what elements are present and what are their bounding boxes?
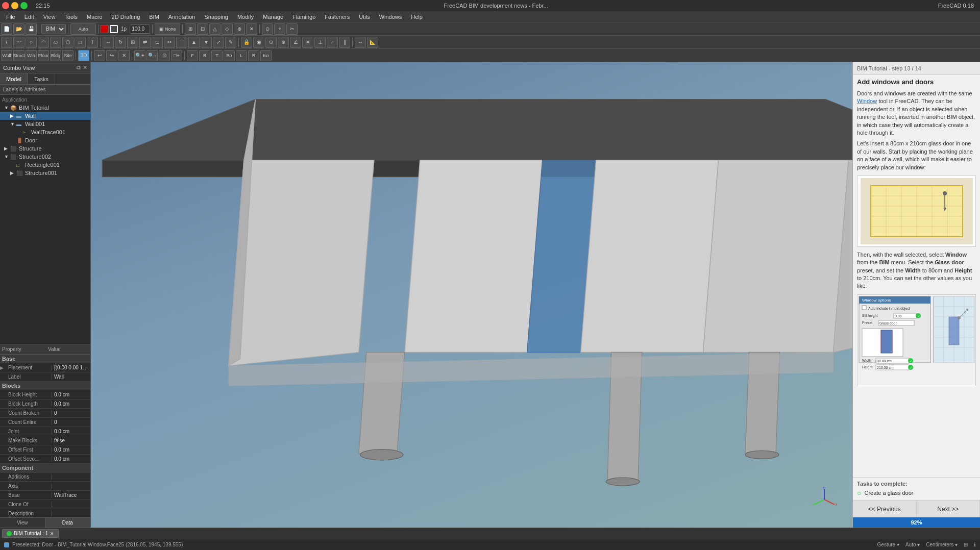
tree-item-walltrace001[interactable]: ▶ ~ WallTrace001: [0, 128, 90, 136]
tree-item-wall001[interactable]: ▼ ▬ Wall001: [0, 120, 90, 128]
fit-all-btn[interactable]: ⊡: [159, 50, 170, 61]
move-btn[interactable]: ↔: [103, 37, 114, 48]
view-top[interactable]: T: [211, 50, 223, 61]
fillet-btn[interactable]: ⌒: [176, 37, 187, 48]
draw-mode-btn[interactable]: Auto: [70, 23, 96, 35]
menu-flamingo[interactable]: Flamingo: [288, 13, 320, 21]
box-zoom-btn[interactable]: □+: [171, 50, 182, 61]
tb-more-1[interactable]: ⊙: [262, 23, 273, 35]
bottom-tab-bimtutorial[interactable]: BIM Tutorial : 1 ✕: [2, 529, 59, 538]
zoom-out-btn[interactable]: 🔍-: [146, 50, 158, 61]
close-button[interactable]: [2, 2, 9, 9]
mirror-btn[interactable]: ⇌: [139, 37, 151, 48]
snap-btn-5[interactable]: ⊕: [234, 23, 245, 35]
save-button[interactable]: 💾: [26, 23, 37, 35]
snap-btn-6[interactable]: ✕: [246, 23, 257, 35]
3d-view-btn[interactable]: 3D: [78, 50, 89, 61]
menu-file[interactable]: File: [2, 13, 19, 21]
redo-btn[interactable]: ↪: [106, 50, 117, 61]
window-link[interactable]: Window: [857, 98, 877, 104]
menu-utils[interactable]: Utils: [355, 13, 374, 21]
menu-manage[interactable]: Manage: [259, 13, 287, 21]
downgrade-btn[interactable]: ▼: [201, 37, 212, 48]
expand-arrow-bimtutorial[interactable]: ▼: [4, 105, 10, 110]
tree-item-bimtutorial[interactable]: ▼ 📦 BIM Tutorial: [0, 104, 90, 112]
tb-more-2[interactable]: +: [274, 23, 285, 35]
fill-btn[interactable]: [110, 25, 118, 33]
minimize-button[interactable]: [11, 2, 18, 9]
tree-item-wall[interactable]: ▶ ▬ Wall: [0, 112, 90, 120]
zoom-in-btn[interactable]: 🔍+: [134, 50, 145, 61]
snap-parallel[interactable]: ∥: [339, 37, 350, 48]
snap-extension[interactable]: ⟋: [327, 37, 338, 48]
delete-btn[interactable]: ✕: [118, 50, 130, 61]
bim-site[interactable]: Site: [62, 50, 74, 61]
view-iso[interactable]: Iso: [260, 50, 272, 61]
snap-none-btn[interactable]: ▣ None: [155, 23, 180, 35]
menu-view[interactable]: View: [39, 13, 60, 21]
bim-wall[interactable]: Wall: [1, 50, 12, 61]
snap-lock[interactable]: 🔒: [241, 37, 252, 48]
view-bottom[interactable]: Bo: [224, 50, 235, 61]
draw-rect[interactable]: □: [75, 37, 86, 48]
tb-more-3[interactable]: ✂: [286, 23, 298, 35]
view-right[interactable]: R: [248, 50, 259, 61]
view-icon[interactable]: ⊞: [964, 542, 968, 547]
menu-edit[interactable]: Edit: [20, 13, 38, 21]
tree-item-structure001[interactable]: ▶ ⬛ Structure001: [0, 169, 90, 177]
menu-annotation[interactable]: Annotation: [164, 13, 200, 21]
combo-float-icon[interactable]: ⧉: [77, 64, 81, 71]
draw-circle[interactable]: ○: [26, 37, 37, 48]
draw-arc[interactable]: ◠: [38, 37, 49, 48]
tab-data[interactable]: Data: [45, 518, 91, 528]
menu-windows[interactable]: Windows: [375, 13, 406, 21]
snap-btn-1[interactable]: ⊞: [185, 23, 196, 35]
menu-snapping[interactable]: Snapping: [200, 13, 232, 21]
centimeters-label[interactable]: Centimeters ▾: [926, 542, 958, 547]
menu-2ddrafting[interactable]: 2D Drafting: [108, 13, 144, 21]
edit-btn[interactable]: ✎: [225, 37, 236, 48]
undo-btn[interactable]: ↩: [94, 50, 105, 61]
menu-fasteners[interactable]: Fasteners: [321, 13, 354, 21]
workbench-selector[interactable]: BIM: [41, 24, 66, 34]
snap-perpendicular[interactable]: ⊥: [314, 37, 326, 48]
snap-angle[interactable]: ∠: [290, 37, 301, 48]
tab-tasks[interactable]: Tasks: [28, 73, 55, 84]
rotate-btn[interactable]: ↻: [115, 37, 126, 48]
combo-close-icon[interactable]: ✕: [83, 64, 87, 71]
bim-struct[interactable]: Struct: [13, 50, 24, 61]
tree-item-structure002[interactable]: ▼ ⬛ Structure002: [0, 153, 90, 161]
upgrade-btn[interactable]: ▲: [188, 37, 200, 48]
new-button[interactable]: 📄: [1, 23, 12, 35]
view-back[interactable]: B: [199, 50, 210, 61]
draw-ellipse[interactable]: ⬭: [50, 37, 61, 48]
menu-bim[interactable]: BIM: [145, 13, 163, 21]
bim-window[interactable]: Win: [26, 50, 37, 61]
gesture-label[interactable]: Gesture ▾: [877, 542, 899, 547]
tree-item-door[interactable]: ▶ 🚪 Door: [0, 136, 90, 144]
offset-btn[interactable]: ⊏: [152, 37, 163, 48]
snap-btn-4[interactable]: ◇: [222, 23, 233, 35]
trim-btn[interactable]: ✂: [164, 37, 175, 48]
info-icon[interactable]: ℹ: [974, 542, 976, 547]
expand-arrow-wall001[interactable]: ▼: [10, 121, 16, 127]
menu-modify[interactable]: Modify: [233, 13, 258, 21]
placement-expand[interactable]: ▶: [0, 365, 6, 370]
snap-center[interactable]: ⊕: [278, 37, 289, 48]
menu-help[interactable]: Help: [407, 13, 427, 21]
color-btn[interactable]: [101, 25, 109, 33]
snap-midpoint[interactable]: ⊙: [265, 37, 277, 48]
menu-tools[interactable]: Tools: [60, 13, 82, 21]
snap-endpoint[interactable]: ◉: [253, 37, 264, 48]
btab-close-icon[interactable]: ✕: [50, 531, 54, 536]
scale-btn[interactable]: ⤢: [213, 37, 224, 48]
tree-item-structure[interactable]: ▶ ⬛ Structure: [0, 144, 90, 153]
tab-view[interactable]: View: [0, 518, 45, 528]
auto-label[interactable]: Auto ▾: [905, 542, 920, 547]
draw-line[interactable]: /: [1, 37, 12, 48]
expand-arrow-structure002[interactable]: ▼: [4, 154, 10, 159]
tree-item-rectangle001[interactable]: ▶ □ Rectangle001: [0, 161, 90, 169]
view-front[interactable]: F: [187, 50, 198, 61]
tab-model[interactable]: Model: [0, 73, 28, 84]
previous-button[interactable]: << Previous: [853, 501, 917, 517]
